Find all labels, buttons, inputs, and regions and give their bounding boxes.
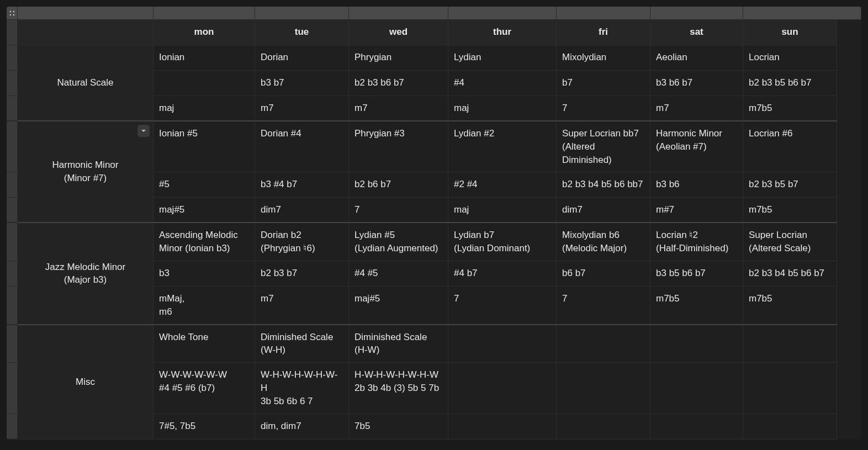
column-header: thur <box>448 20 557 45</box>
row-label: Jazz Melodic Minor (Major b3) <box>18 223 154 325</box>
table-cell[interactable]: 7 <box>448 287 557 325</box>
drag-handle-icon[interactable] <box>7 7 18 19</box>
table-cell[interactable]: dim7 <box>255 198 349 223</box>
table-cell[interactable]: 7 <box>349 198 448 223</box>
table-cell[interactable]: maj#5 <box>154 198 255 223</box>
row-gutter <box>7 45 18 71</box>
table-cell[interactable] <box>557 414 650 440</box>
table-cell[interactable]: m7 <box>255 96 349 121</box>
table-cell[interactable]: #4 <box>448 71 557 96</box>
table-cell[interactable]: Dorian <box>255 45 349 71</box>
table-cell[interactable]: Lydian b7 (Lydian Dominant) <box>448 223 557 261</box>
table-cell[interactable]: b2 b3 b5 b6 b7 <box>743 71 837 96</box>
table-cell[interactable]: maj#5 <box>349 287 448 325</box>
table-cell[interactable]: m7b5 <box>743 198 837 223</box>
table-cell[interactable]: m7b5 <box>743 287 837 325</box>
table-cell[interactable]: Mixolydian b6 (Melodic Major) <box>557 223 650 261</box>
table-cell[interactable]: maj <box>448 96 557 121</box>
table-cell[interactable]: 7b5 <box>349 414 448 440</box>
table-cell[interactable]: Lydian #5 (Lydian Augmented) <box>349 223 448 261</box>
table-cell[interactable]: 7#5, 7b5 <box>154 414 255 440</box>
table-cell[interactable]: b7 <box>557 71 650 96</box>
table-cell[interactable] <box>650 363 743 414</box>
table-cell[interactable]: #4 b7 <box>448 261 557 287</box>
table-cell[interactable]: m7 <box>349 96 448 121</box>
table-cell[interactable]: Phrygian <box>349 45 448 71</box>
table-cell[interactable] <box>448 325 557 363</box>
table-cell[interactable]: b3 <box>154 261 255 287</box>
table-cell[interactable]: dim, dim7 <box>255 414 349 440</box>
table-cell[interactable]: Ionian #5 <box>154 121 255 172</box>
table-cell[interactable]: b3 #4 b7 <box>255 172 349 198</box>
table-cell[interactable] <box>743 414 837 440</box>
table-cell[interactable]: b2 b3 b7 <box>255 261 349 287</box>
table-cell[interactable]: m7b5 <box>650 287 743 325</box>
table-cell[interactable] <box>650 414 743 440</box>
table-cell[interactable]: #2 #4 <box>448 172 557 198</box>
table-cell[interactable]: b3 b7 <box>255 71 349 96</box>
table-cell[interactable]: Diminished Scale (W-H) <box>255 325 349 363</box>
table-cell[interactable]: Lydian <box>448 45 557 71</box>
table-cell[interactable] <box>743 325 837 363</box>
column-header: fri <box>557 20 650 45</box>
table-cell[interactable]: b2 b3 b4 b5 b6 b7 <box>743 261 837 287</box>
table-cell[interactable]: m#7 <box>650 198 743 223</box>
row-gutter <box>7 261 18 287</box>
table-cell[interactable]: m7 <box>650 96 743 121</box>
table-cell[interactable]: W-W-W-W-W-W #4 #5 #6 (b7) <box>154 363 255 414</box>
table-cell[interactable] <box>650 325 743 363</box>
table-cell[interactable]: Ionian <box>154 45 255 71</box>
table-cell[interactable]: b2 b3 b5 b7 <box>743 172 837 198</box>
topbar-segment <box>255 7 349 19</box>
table-cell[interactable] <box>743 363 837 414</box>
table-cell[interactable]: Super Locrian bb7 (Altered Diminished) <box>557 121 650 172</box>
row-gutter <box>7 71 18 96</box>
table-cell[interactable] <box>448 414 557 440</box>
column-header: mon <box>154 20 255 45</box>
row-label: Harmonic Minor (Minor #7) <box>18 121 154 223</box>
table-cell[interactable] <box>557 325 650 363</box>
table-cell[interactable]: b2 b3 b4 b5 b6 bb7 <box>557 172 650 198</box>
chevron-down-icon[interactable] <box>137 125 150 137</box>
table-cell[interactable]: m7 <box>255 287 349 325</box>
table-cell[interactable]: #4 #5 <box>349 261 448 287</box>
table-cell[interactable]: 7 <box>557 96 650 121</box>
table-cell[interactable]: Whole Tone <box>154 325 255 363</box>
table-cell[interactable]: Dorian b2 (Phrygian ♮6) <box>255 223 349 261</box>
panel-topbar <box>7 7 861 20</box>
table-cell[interactable]: W-H-W-H-W-H-W-H 3b 5b 6b 6 7 <box>255 363 349 414</box>
table-cell[interactable]: Dorian #4 <box>255 121 349 172</box>
table-cell[interactable]: Super Locrian (Altered Scale) <box>743 223 837 261</box>
table-cell[interactable]: dim7 <box>557 198 650 223</box>
table-cell[interactable]: Lydian #2 <box>448 121 557 172</box>
table-cell[interactable]: Aeolian <box>650 45 743 71</box>
table-cell[interactable]: 7 <box>557 287 650 325</box>
row-gutter <box>7 414 18 440</box>
table-cell[interactable]: b3 b5 b6 b7 <box>650 261 743 287</box>
table-cell[interactable]: Ascending Melodic Minor (Ionian b3) <box>154 223 255 261</box>
table-cell[interactable] <box>448 363 557 414</box>
table-cell[interactable]: b3 b6 b7 <box>650 71 743 96</box>
table-cell[interactable]: m7b5 <box>743 96 837 121</box>
table-cell[interactable]: Harmonic Minor (Aeolian #7) <box>650 121 743 172</box>
table-cell[interactable]: Mixolydian <box>557 45 650 71</box>
table-cell[interactable]: Diminished Scale (H-W) <box>349 325 448 363</box>
table-cell[interactable]: Locrian #6 <box>743 121 837 172</box>
row-gutter <box>7 172 18 198</box>
table-cell[interactable] <box>557 363 650 414</box>
table-cell[interactable]: mMaj, m6 <box>154 287 255 325</box>
table-cell[interactable]: b2 b3 b6 b7 <box>349 71 448 96</box>
table-cell[interactable]: #5 <box>154 172 255 198</box>
table-cell[interactable]: Phrygian #3 <box>349 121 448 172</box>
column-header-empty <box>18 20 154 45</box>
table-cell[interactable]: b6 b7 <box>557 261 650 287</box>
table-cell[interactable]: maj <box>448 198 557 223</box>
topbar-segment <box>557 7 650 19</box>
table-cell[interactable]: b3 b6 <box>650 172 743 198</box>
table-cell[interactable] <box>154 71 255 96</box>
table-cell[interactable]: b2 b6 b7 <box>349 172 448 198</box>
table-cell[interactable]: Locrian ♮2 (Half-Diminished) <box>650 223 743 261</box>
table-cell[interactable]: H-W-H-W-H-W-H-W 2b 3b 4b (3) 5b 5 7b <box>349 363 448 414</box>
table-cell[interactable]: maj <box>154 96 255 121</box>
table-cell[interactable]: Locrian <box>743 45 837 71</box>
